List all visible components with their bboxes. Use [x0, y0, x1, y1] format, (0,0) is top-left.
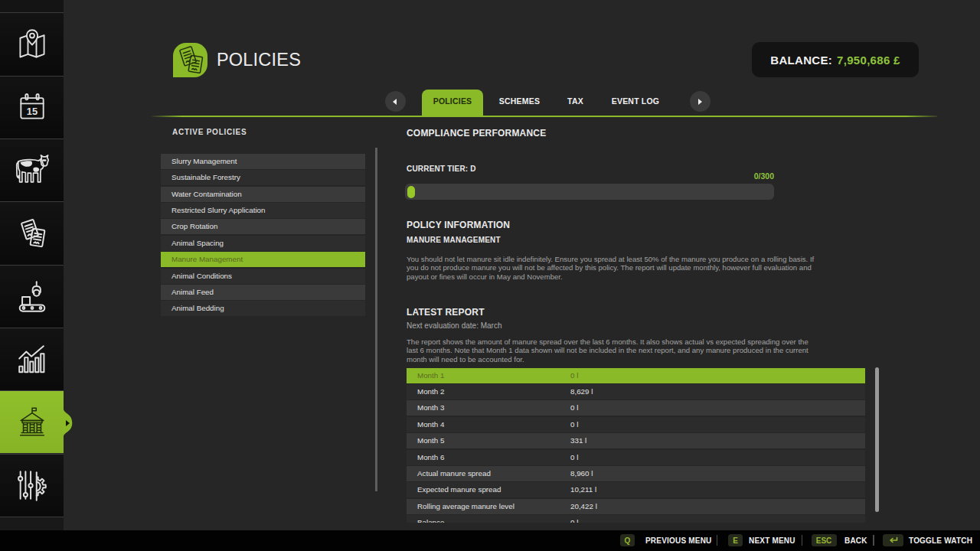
svg-text:15: 15	[26, 106, 37, 117]
